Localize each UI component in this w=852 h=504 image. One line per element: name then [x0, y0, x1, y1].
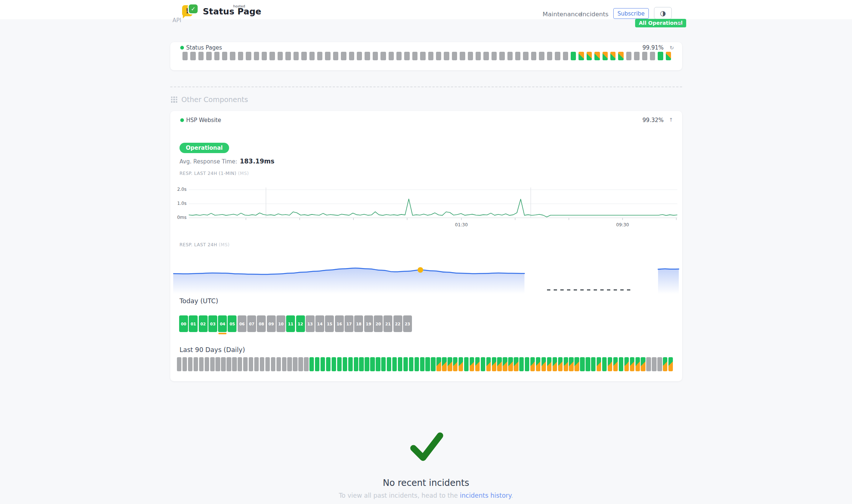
- uptime-bar[interactable]: [499, 52, 504, 60]
- daily-bar[interactable]: [580, 357, 584, 371]
- uptime-bar[interactable]: [547, 52, 552, 60]
- hour-block[interactable]: 11: [286, 315, 295, 332]
- uptime-bar[interactable]: [389, 52, 394, 60]
- daily-bar[interactable]: [508, 357, 513, 371]
- daily-bar[interactable]: [553, 357, 557, 371]
- response-time-line-chart[interactable]: 2.0s 1.0s 0ms 01:3009:30: [189, 184, 677, 230]
- daily-bar[interactable]: [668, 357, 673, 371]
- uptime-bar[interactable]: [182, 52, 188, 60]
- uptime-bar[interactable]: [285, 52, 291, 60]
- hour-block[interactable]: 19: [364, 315, 373, 332]
- daily-bar[interactable]: [370, 357, 375, 371]
- hour-block[interactable]: 07: [247, 315, 256, 332]
- daily-bar[interactable]: [481, 357, 485, 371]
- incidents-history-link[interactable]: incidents history: [460, 492, 511, 499]
- daily-bar[interactable]: [536, 357, 540, 371]
- uptime-bar[interactable]: [507, 52, 513, 60]
- daily-bar[interactable]: [343, 357, 347, 371]
- daily-bar[interactable]: [376, 357, 380, 371]
- daily-bar[interactable]: [321, 357, 325, 371]
- uptime-bar[interactable]: [341, 52, 346, 60]
- uptime-bar[interactable]: [238, 52, 243, 60]
- uptime-bar[interactable]: [603, 52, 608, 60]
- daily-bar[interactable]: [646, 357, 651, 371]
- uptime-bar[interactable]: [658, 52, 663, 60]
- uptime-bar[interactable]: [452, 52, 457, 60]
- trend-up-icon[interactable]: ↑: [669, 117, 673, 123]
- daily-bar[interactable]: [265, 357, 270, 371]
- uptime-bar[interactable]: [578, 52, 584, 60]
- uptime-bar[interactable]: [278, 52, 283, 60]
- daily-bar[interactable]: [503, 357, 507, 371]
- uptime-bar[interactable]: [468, 52, 473, 60]
- uptime-bar[interactable]: [373, 52, 378, 60]
- uptime-bar[interactable]: [380, 52, 386, 60]
- daily-bar[interactable]: [464, 357, 469, 371]
- uptime-bar[interactable]: [650, 52, 655, 60]
- uptime-bar[interactable]: [428, 52, 433, 60]
- daily-bar[interactable]: [486, 357, 491, 371]
- daily-bar[interactable]: [652, 357, 656, 371]
- daily-bar[interactable]: [210, 357, 215, 371]
- uptime-bar[interactable]: [190, 52, 195, 60]
- uptime-bar[interactable]: [436, 52, 441, 60]
- uptime-bar[interactable]: [301, 52, 306, 60]
- uptime-bar[interactable]: [563, 52, 568, 60]
- hour-block[interactable]: 16: [335, 315, 344, 332]
- daily-bar[interactable]: [547, 357, 551, 371]
- chevron-up-icon[interactable]: [677, 22, 682, 27]
- uptime-bar[interactable]: [523, 52, 528, 60]
- daily-bar[interactable]: [530, 357, 535, 371]
- daily-bar[interactable]: [613, 357, 618, 371]
- uptime-bar[interactable]: [492, 52, 497, 60]
- daily-bar[interactable]: [442, 357, 446, 371]
- daily-bar[interactable]: [205, 357, 209, 371]
- daily-bar[interactable]: [420, 357, 425, 371]
- daily-bar[interactable]: [624, 357, 629, 371]
- uptime-bar[interactable]: [357, 52, 362, 60]
- hour-block[interactable]: 05: [228, 315, 237, 332]
- uptime-bar[interactable]: [666, 52, 671, 60]
- uptime-bar[interactable]: [531, 52, 536, 60]
- uptime-bar[interactable]: [539, 52, 544, 60]
- hour-block[interactable]: 14: [315, 315, 324, 332]
- daily-bar[interactable]: [221, 357, 225, 371]
- uptime-bar[interactable]: [230, 52, 235, 60]
- daily-bar[interactable]: [431, 357, 435, 371]
- daily-bar[interactable]: [260, 357, 264, 371]
- uptime-bar[interactable]: [222, 52, 227, 60]
- uptime-bar[interactable]: [587, 52, 592, 60]
- hour-block[interactable]: 22: [393, 315, 402, 332]
- uptime-bar[interactable]: [571, 52, 576, 60]
- daily-bar[interactable]: [398, 357, 402, 371]
- daily-bar[interactable]: [287, 357, 292, 371]
- uptime-bar[interactable]: [444, 52, 449, 60]
- daily-bar[interactable]: [194, 357, 198, 371]
- logo-icon[interactable]: ! ✓: [182, 4, 201, 19]
- daily-bar[interactable]: [354, 357, 358, 371]
- daily-bar[interactable]: [227, 357, 231, 371]
- daily-bar[interactable]: [586, 357, 590, 371]
- daily-bar[interactable]: [415, 357, 419, 371]
- daily-bar[interactable]: [282, 357, 286, 371]
- uptime-bar[interactable]: [293, 52, 299, 60]
- uptime-bar[interactable]: [262, 52, 267, 60]
- daily-bar[interactable]: [188, 357, 192, 371]
- uptime-bar[interactable]: [317, 52, 322, 60]
- daily-bar[interactable]: [574, 357, 579, 371]
- hour-block[interactable]: 10: [276, 315, 285, 332]
- uptime-bar[interactable]: [642, 52, 647, 60]
- hour-block[interactable]: 04: [218, 315, 227, 332]
- daily-bar[interactable]: [447, 357, 452, 371]
- daily-bar[interactable]: [641, 357, 645, 371]
- daily-bar[interactable]: [470, 357, 474, 371]
- daily-bar[interactable]: [436, 357, 441, 371]
- hour-block[interactable]: 09: [267, 315, 276, 332]
- daily-bar[interactable]: [425, 357, 430, 371]
- hour-block[interactable]: 17: [345, 315, 353, 332]
- hour-block[interactable]: 13: [306, 315, 315, 332]
- daily-bar[interactable]: [276, 357, 281, 371]
- hour-block[interactable]: 06: [238, 315, 246, 332]
- daily-bar[interactable]: [215, 357, 220, 371]
- daily-bar[interactable]: [635, 357, 640, 371]
